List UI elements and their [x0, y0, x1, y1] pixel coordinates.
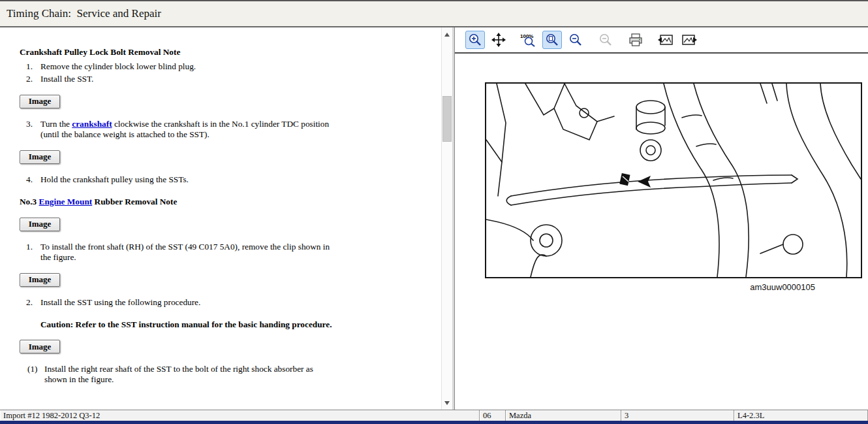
scroll-up-button[interactable] [442, 29, 452, 40]
status-engine: L4-2.3L [734, 410, 868, 421]
heading2-post: Rubber Removal Note [92, 197, 177, 206]
image-button[interactable]: Image [20, 150, 60, 164]
list-text: Install the SST. [40, 74, 331, 84]
up-arrow-icon [444, 33, 450, 37]
sst-clip-mark [619, 173, 630, 186]
page-title: Timing Chain: Service and Repair [7, 7, 161, 20]
illustration-panel: 100% [455, 27, 868, 410]
caution-text: Caution: Refer to the SST instruction ma… [40, 319, 367, 330]
app-window: Timing Chain: Service and Repair Cranksh… [0, 0, 868, 424]
engine-diagram [486, 84, 861, 277]
status-year: 06 [480, 410, 506, 421]
vertical-scrollbar[interactable] [441, 27, 452, 410]
scroll-down-button[interactable] [442, 397, 452, 408]
list-item: (1) Install the right rear shaft of the … [27, 364, 334, 385]
down-arrow-icon [444, 401, 450, 405]
pan-icon [491, 32, 506, 48]
section-heading-crankshaft: Crankshaft Pulley Lock Bolt Removal Note [20, 47, 441, 57]
next-image-icon [681, 32, 698, 48]
zoom-fit-icon [544, 32, 560, 48]
list-text: Remove the cylinder block lower blind pl… [40, 61, 331, 72]
print-icon [628, 32, 643, 48]
status-make: Mazda [506, 410, 621, 421]
list-number: 2. [26, 74, 40, 84]
list-item: 3. Turn the crankshaft clockwise the cra… [26, 119, 333, 140]
crankshaft-link[interactable]: crankshaft [72, 119, 112, 129]
pan-button[interactable] [489, 31, 508, 49]
zoom-100-icon: 100% [520, 32, 537, 48]
figure-caption: am3uuw0000105 [485, 282, 862, 292]
next-image-button[interactable] [679, 31, 699, 49]
scroll-thumb[interactable] [442, 96, 452, 142]
list-item: 1. To install the front shaft (RH) of th… [26, 242, 333, 263]
list-number: 1. [26, 242, 40, 263]
zoom-out-button[interactable] [566, 31, 585, 49]
status-bar: Import #12 1982-2012 Q3-12 06 Mazda 3 L4… [0, 410, 868, 421]
viewer-toolbar: 100% [455, 27, 868, 54]
image-button[interactable]: Image [20, 273, 60, 287]
illustration-canvas[interactable]: am3uuw0000105 [455, 54, 868, 410]
image-button[interactable]: Image [20, 340, 60, 353]
list-number: 2. [26, 297, 40, 308]
list-number: 1. [26, 61, 40, 72]
zoom-in-button[interactable] [465, 31, 485, 49]
zoom-out-icon [568, 32, 583, 48]
prev-image-icon [657, 32, 674, 48]
main-split: Crankshaft Pulley Lock Bolt Removal Note… [0, 27, 868, 410]
engine-mount-link[interactable]: Engine Mount [39, 197, 93, 206]
procedure-panel: Crankshaft Pulley Lock Bolt Removal Note… [0, 27, 452, 410]
zoom-in-icon [467, 32, 483, 48]
print-button[interactable] [626, 31, 645, 49]
list-item: 1. Remove the cylinder block lower blind… [26, 61, 333, 72]
list-item: 4. Hold the crankshaft pulley using the … [26, 174, 333, 185]
section-heading-engine-mount: No.3 Engine Mount Rubber Removal Note [20, 197, 441, 207]
taskbar-edge [0, 421, 868, 424]
zoom-out-inactive-button[interactable] [596, 31, 615, 49]
list-number: 3. [26, 119, 40, 140]
list-text: Turn the crankshaft clockwise the cranks… [40, 119, 331, 140]
list-number: 4. [26, 174, 40, 185]
step3-pre: Turn the [40, 119, 72, 129]
image-button[interactable]: Image [20, 95, 60, 108]
zoom-fit-button[interactable] [542, 31, 562, 49]
status-model: 3 [621, 410, 734, 421]
list-text: To install the front shaft (RH) of the S… [40, 242, 331, 263]
prev-image-button[interactable] [656, 31, 675, 49]
zoom-100-button[interactable]: 100% [519, 31, 538, 49]
engine-diagram-frame [485, 82, 862, 278]
status-import: Import #12 1982-2012 Q3-12 [0, 410, 480, 421]
pointer-arrow [638, 176, 651, 188]
list-text: Install the SST using the following proc… [40, 297, 331, 308]
list-text: Hold the crankshaft pulley using the SST… [40, 174, 331, 185]
title-bar: Timing Chain: Service and Repair [0, 1, 868, 27]
document: Crankshaft Pulley Lock Bolt Removal Note… [0, 27, 441, 410]
list-text: Install the right rear shaft of the SST … [44, 364, 326, 385]
image-button[interactable]: Image [20, 218, 60, 231]
list-item: 2. Install the SST. [26, 74, 333, 84]
heading2-pre: No.3 [20, 197, 39, 206]
zoom-out-inactive-icon [598, 32, 613, 48]
list-number: (1) [27, 364, 44, 385]
list-item: 2. Install the SST using the following p… [26, 297, 333, 308]
